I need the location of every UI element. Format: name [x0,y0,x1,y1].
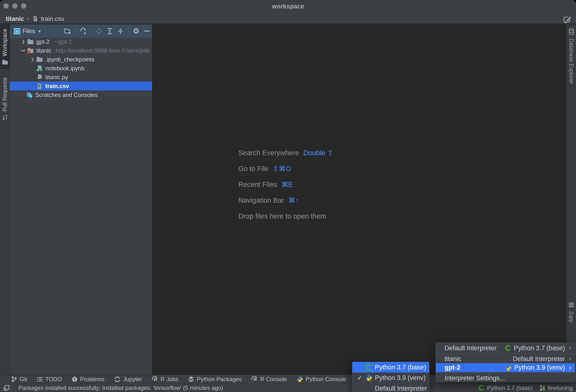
left-tool-stripe: Workspace Pull Requests [0,25,10,375]
shortcut-search-everywhere: Search Everywhere Double ⇧ [238,145,333,161]
r-icon: R [152,376,158,382]
python-venv-icon [365,374,375,381]
jupyter-icon [114,376,121,383]
locate-icon[interactable] [95,28,103,34]
todo-list-icon [37,376,43,382]
hide-icon[interactable] [143,31,151,31]
stripe-tab-jupyter[interactable]: Jupy [567,302,576,323]
collapse-all-icon[interactable] [116,28,124,34]
workspace-tab-label: Workspace [2,29,8,56]
svg-text:R: R [254,377,257,382]
submenu-item-default-interpreter[interactable]: Default Interpreter [352,383,429,392]
csv-file-icon [36,83,43,89]
tool-button-problems[interactable]: Problems [72,376,104,383]
tree-item-scratches[interactable]: Scratches and Consoles [10,90,152,99]
title-bar: workspace titanic › train.csv [0,0,576,24]
breadcrumb-project[interactable]: titanic [6,15,24,23]
expand-all-icon[interactable] [106,28,114,34]
conda-icon [478,385,485,391]
menu-separator [436,373,575,373]
menu-item-gpt-2[interactable]: gpt-2 Python 3.9 (venv) › [436,363,575,372]
stripe-tab-database-explorer[interactable]: Database Explorer [567,28,576,84]
tree-item-gpt-2[interactable]: ❯ gpt-2 ~/gpt-2 [10,37,152,46]
submenu-item-python-39-venv[interactable]: ✓ Python 3.9 (venv) [352,373,429,383]
tree-item-train-csv-selected[interactable]: train.csv [10,82,152,90]
database-explorer-tab-label: Database Explorer [568,38,575,84]
stripe-tab-pull-requests[interactable]: Pull Requests [0,73,10,125]
git-branch-widget[interactable]: finetuning [539,385,573,391]
shortcut-navigation-bar: Navigation Bar ⌘↑ [238,192,333,208]
tool-window-toggle-icon[interactable] [3,385,10,391]
chevron-right-icon[interactable]: ❯ [29,57,35,62]
interpreter-widget[interactable]: Python 3.7 (base) [478,385,532,391]
editor-area: Search Everywhere Double ⇧ Go to File ⇧⌘… [153,25,566,375]
tool-button-python-packages[interactable]: Python Packages [188,376,242,383]
chevron-down-icon[interactable]: ▾ [38,28,41,34]
notebook-file-icon: IP [36,65,43,72]
menu-item-titanic[interactable]: titanic Default Interpreter › [436,355,575,363]
tree-item-notebook-ipynb[interactable]: IP notebook.ipynb [10,64,152,73]
tool-window-icon [13,28,21,34]
files-panel-toolbar: Files ▾ [10,25,152,38]
folder-icon [36,56,43,63]
pull-request-icon [2,114,8,121]
breadcrumb: titanic › train.csv [6,14,64,24]
pull-requests-tab-label: Pull Requests [2,78,8,112]
tool-button-git[interactable]: Git [11,376,27,383]
breadcrumb-file[interactable]: train.csv [41,15,64,23]
submenu-arrow-icon: › [569,354,571,363]
folder-icon [27,38,34,45]
submenu-item-python-37-base[interactable]: Python 3.7 (base) [352,362,429,373]
tool-button-todo[interactable]: TODO [37,376,62,383]
csv-file-icon [32,15,38,22]
checkmark-icon: ✓ [357,374,365,382]
tool-button-r-jobs[interactable]: R R Jobs [152,376,178,383]
right-tool-stripe: Database Explorer Jupy [566,25,576,375]
packages-icon [188,376,194,382]
feedback-edit-icon[interactable] [563,15,572,24]
submenu-arrow-icon: › [569,343,571,352]
file-tree: ❯ gpt-2 ~/gpt-2 ❯ titanic http://localho… [10,37,152,99]
menu-separator [436,354,575,354]
drop-files-hint: Drop files here to open them [238,208,333,224]
conda-icon [365,364,375,371]
stripe-tab-workspace[interactable]: Workspace [0,25,10,69]
ide-window: workspace titanic › train.csv Workspace … [0,0,576,392]
panel-mode-label[interactable]: Files [23,28,35,34]
breadcrumb-separator-icon: › [27,14,29,22]
tool-button-jupyter[interactable]: Jupyter [114,376,142,383]
jupyter-folder-icon [27,47,34,54]
shortcut-go-to-file: Go to File ⇧⌘O [238,161,333,177]
chevron-right-icon[interactable]: ❯ [20,39,26,44]
menu-item-interpreter-settings[interactable]: Interpreter Settings... [436,373,575,382]
shortcut-hints: Search Everywhere Double ⇧ Go to File ⇧⌘… [238,145,333,224]
tool-button-r-console[interactable]: R R Console [251,376,287,383]
shortcut-recent-files: Recent Files ⌘E [238,177,333,192]
menu-item-default-interpreter[interactable]: Default Interpreter Python 3.7 (base) › [436,343,575,353]
window-title: workspace [0,3,576,10]
r-icon: R [251,376,258,382]
interpreter-menu: Default Interpreter Python 3.7 (base) › … [436,343,575,382]
tool-button-python-console[interactable]: Python Console [297,376,346,383]
gear-icon[interactable]: ⚙ [132,27,140,35]
refresh-icon[interactable] [80,28,87,34]
tree-item-ipynb-checkpoints[interactable]: ❯ .ipynb_checkpoints [10,55,152,64]
conda-icon [505,345,512,351]
new-folder-icon[interactable] [64,28,72,34]
folder-icon [2,59,8,65]
problems-icon [72,376,78,382]
jupyter-tab-label: Jupy [568,311,575,323]
git-branch-icon [11,376,17,382]
git-branch-icon [539,385,546,391]
chevron-down-icon[interactable]: ❯ [21,48,26,54]
files-tool-window: Files ▾ [10,25,153,375]
database-icon [568,28,575,35]
submenu-arrow-icon: › [569,363,571,371]
tree-item-titanic-py[interactable]: titanic.py [10,73,152,82]
tree-item-titanic[interactable]: ❯ titanic http://localhost:8888 from /Us… [10,46,152,55]
status-message[interactable]: Packages installed successfully: Install… [18,385,223,391]
scratches-icon [26,92,33,98]
hamburger-icon [569,302,574,308]
interpreter-submenu: Python 3.7 (base) ✓ Python 3.9 (venv) De… [352,362,429,392]
svg-text:IP: IP [37,69,39,71]
